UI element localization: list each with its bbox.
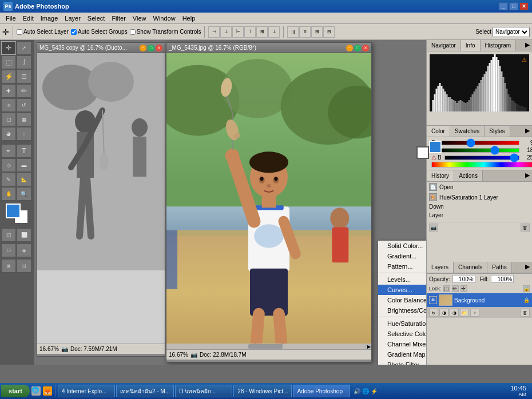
distribute-3-button[interactable]: ⊟ — [323, 26, 335, 38]
stamp-tool[interactable]: ⎋ — [1, 98, 16, 112]
distribute-v-button[interactable]: ≡ — [299, 26, 311, 38]
dropdown-brightness[interactable]: Brightness/Contrast... — [378, 305, 426, 316]
nav-tab-arrow[interactable]: ▶ — [523, 40, 532, 51]
align-bottom-button[interactable]: ⊥ — [268, 26, 280, 38]
taskbar-3[interactable]: D:\เทคนิคฝัก... — [175, 385, 232, 397]
layers-tab-arrow[interactable]: ▶ — [523, 262, 532, 273]
menu-edit[interactable]: Edit — [19, 14, 37, 23]
autoselect-groups-checkbox[interactable] — [71, 29, 77, 35]
history-item-0[interactable]: 📄 Open — [427, 182, 532, 192]
layer-mask-btn[interactable]: ◑ — [439, 309, 448, 317]
menu-help[interactable]: Help — [179, 14, 199, 23]
layer-delete-btn[interactable]: 🗑 — [521, 309, 530, 317]
dropdown-curves[interactable]: Curves... — [378, 285, 426, 295]
lock-position-btn[interactable]: ✛ — [460, 285, 467, 292]
autoselect-layer-option[interactable]: Auto Select Layer — [17, 29, 69, 35]
hand-tool[interactable]: ✋ — [1, 187, 16, 201]
autoselect-groups-option[interactable]: Auto Select Groups — [71, 29, 128, 35]
layer-visibility[interactable]: 👁 — [429, 296, 437, 304]
cs3-btn-2[interactable]: ⊡ — [17, 259, 31, 273]
taskbar-2[interactable]: เทคนิคฝำฝัน2 - M... — [116, 385, 174, 397]
r-slider[interactable] — [438, 141, 519, 145]
dropdown-levels[interactable]: Levels... — [378, 274, 426, 285]
distribute-2-button[interactable]: ⊞ — [311, 26, 323, 38]
quicklaunch-firefox[interactable]: 🦊 — [43, 386, 52, 396]
autoselect-layer-checkbox[interactable] — [17, 29, 22, 35]
photo-window-max[interactable]: □ — [354, 45, 361, 51]
layer-background[interactable]: 👁 Background 🔒 — [427, 293, 532, 307]
zoom-tool[interactable]: 🔍 — [17, 187, 31, 201]
foreground-color-swatch[interactable] — [6, 204, 21, 218]
tab-swatches[interactable]: Swatches — [450, 126, 485, 137]
menu-view[interactable]: View — [129, 14, 150, 23]
color-selector[interactable] — [6, 204, 29, 224]
type-tool[interactable]: T — [17, 144, 31, 158]
bg-color-swatch[interactable] — [416, 146, 429, 159]
align-right-button[interactable]: ⊢ — [232, 26, 244, 38]
g-slider[interactable] — [438, 148, 519, 153]
cs3-btn-1[interactable]: ⊠ — [1, 259, 16, 273]
taskbar-photoshop[interactable]: Adobe Photoshop — [293, 385, 350, 397]
heal-tool[interactable]: ✚ — [1, 84, 16, 98]
align-center-v-button[interactable]: ⊞ — [256, 26, 268, 38]
distribute-h-button[interactable]: ||| — [287, 26, 299, 38]
taskbar-ie[interactable]: 4 Internet Explo... — [58, 385, 115, 397]
measure-tool[interactable]: 📐 — [17, 173, 31, 186]
dropdown-gradient[interactable]: Gradient... — [378, 251, 426, 261]
tab-history[interactable]: History — [427, 170, 454, 181]
minimize-button[interactable]: _ — [499, 2, 508, 10]
dropdown-selective-color[interactable]: Selective Color... — [378, 329, 426, 339]
arrow-tool[interactable]: ↗ — [17, 41, 31, 55]
layer-adj-btn[interactable]: ◑ — [450, 309, 459, 317]
dropdown-color-balance[interactable]: Color Balance... — [378, 295, 426, 305]
screen-mode-button[interactable]: ⬜ — [17, 228, 31, 242]
tab-info[interactable]: Info — [461, 40, 481, 51]
photo-window-min[interactable]: − — [346, 45, 353, 51]
layer-folder-btn[interactable]: 📁 — [460, 309, 469, 317]
move-tool[interactable]: ✛ — [1, 41, 16, 55]
quicklaunch-ie[interactable]: 🌐 — [31, 386, 41, 396]
tab-paths[interactable]: Paths — [487, 262, 512, 273]
history-snapshot-btn[interactable]: 📷 — [429, 224, 438, 232]
fill-input[interactable] — [491, 275, 514, 283]
show-transform-checkbox[interactable] — [130, 29, 136, 35]
eraser-tool[interactable]: ◻ — [1, 113, 16, 126]
path-tool[interactable]: ◇ — [1, 158, 16, 172]
dropdown-hue-sat[interactable]: Hue/Saturation... — [378, 318, 426, 329]
taskbar-4[interactable]: 28 - Windows Pict... — [233, 385, 292, 397]
tab-color[interactable]: Color — [427, 126, 450, 137]
fg-color-swatch[interactable] — [429, 141, 442, 153]
tab-actions[interactable]: Actions — [454, 170, 483, 181]
align-center-h-button[interactable]: ⊥ — [220, 26, 232, 38]
dropdown-gradient-map[interactable]: Gradient Map... — [378, 349, 426, 360]
menu-select[interactable]: Select — [84, 14, 109, 23]
lock-pixels-btn[interactable]: ✏ — [452, 285, 459, 292]
photo-hscroll-thumb[interactable] — [248, 344, 283, 349]
history-item-1[interactable]: 🎨 Hue/Saturation 1 Layer — [427, 192, 532, 202]
align-left-button[interactable]: ⊣ — [208, 26, 220, 38]
history-delete-btn[interactable]: 🗑 — [521, 224, 530, 232]
select-layer-dropdown[interactable]: Navigator — [493, 27, 530, 37]
dodge-tool[interactable]: ○ — [17, 127, 31, 141]
b-slider[interactable] — [444, 155, 519, 160]
extras-btn-1[interactable]: ⎔ — [1, 244, 16, 257]
crop-tool[interactable]: ⊡ — [17, 70, 31, 83]
pen-tool[interactable]: ✒ — [1, 144, 16, 158]
dropdown-pattern[interactable]: Pattern... — [378, 261, 426, 272]
menu-window[interactable]: Window — [150, 14, 179, 23]
color-spectrum[interactable] — [431, 162, 532, 167]
lasso-tool[interactable]: ʃ — [17, 55, 31, 69]
tab-styles[interactable]: Styles — [485, 126, 510, 137]
photo-hscrollbar[interactable]: ▶ — [166, 344, 371, 349]
brush-tool[interactable]: ✏ — [17, 84, 31, 98]
show-transform-option[interactable]: Show Transform Controls — [130, 29, 201, 35]
tab-navigator[interactable]: Navigator — [427, 40, 461, 51]
quick-mask-button[interactable]: ◱ — [1, 228, 16, 242]
layer-new-btn[interactable]: + — [470, 309, 479, 317]
close-button[interactable]: ✕ — [519, 2, 529, 10]
lock-transparent-btn[interactable]: ⬚ — [443, 285, 450, 292]
extras-btn-2[interactable]: ◈ — [17, 244, 31, 257]
tab-layers[interactable]: Layers — [427, 262, 454, 273]
bg-window-max[interactable]: □ — [148, 45, 154, 51]
bg-window-close[interactable]: ✕ — [156, 45, 162, 51]
